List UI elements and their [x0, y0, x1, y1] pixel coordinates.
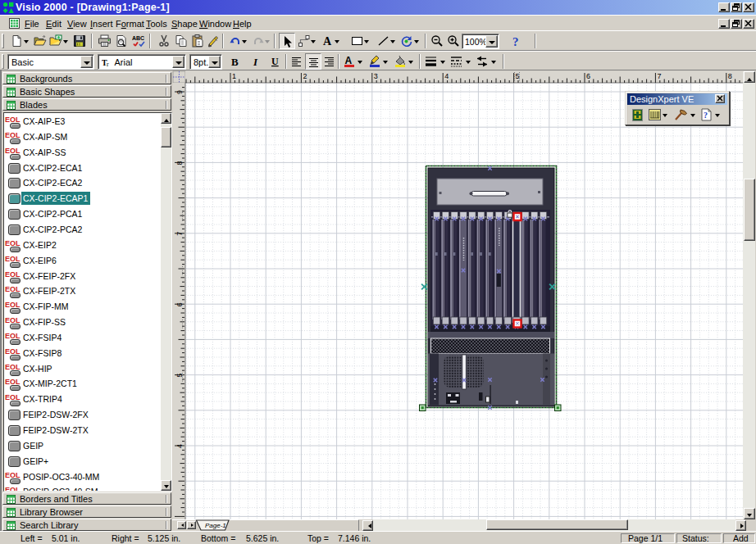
- svg-text:?: ?: [512, 35, 519, 48]
- svg-text:A: A: [323, 35, 332, 48]
- svg-text:8: 8: [175, 161, 184, 165]
- svg-text:1: 1: [232, 72, 236, 80]
- svg-text:9: 9: [175, 90, 184, 94]
- svg-text:I: I: [253, 56, 258, 68]
- svg-text:ABC: ABC: [132, 35, 144, 41]
- svg-text:7: 7: [657, 72, 661, 80]
- svg-text:7: 7: [175, 232, 184, 236]
- svg-text:Page-1: Page-1: [205, 522, 226, 529]
- svg-text:8: 8: [728, 72, 732, 80]
- svg-text:6: 6: [586, 72, 590, 80]
- svg-text:6: 6: [175, 302, 184, 306]
- svg-text:?: ?: [704, 111, 708, 120]
- svg-text:4: 4: [175, 444, 184, 448]
- svg-text:5: 5: [516, 72, 520, 80]
- svg-text:2: 2: [303, 72, 307, 80]
- svg-text:4: 4: [444, 72, 449, 80]
- svg-text:3: 3: [374, 72, 378, 80]
- svg-text:r: r: [107, 61, 109, 67]
- svg-text:A: A: [345, 55, 353, 66]
- svg-text:U: U: [271, 56, 279, 67]
- svg-text:B: B: [231, 56, 239, 68]
